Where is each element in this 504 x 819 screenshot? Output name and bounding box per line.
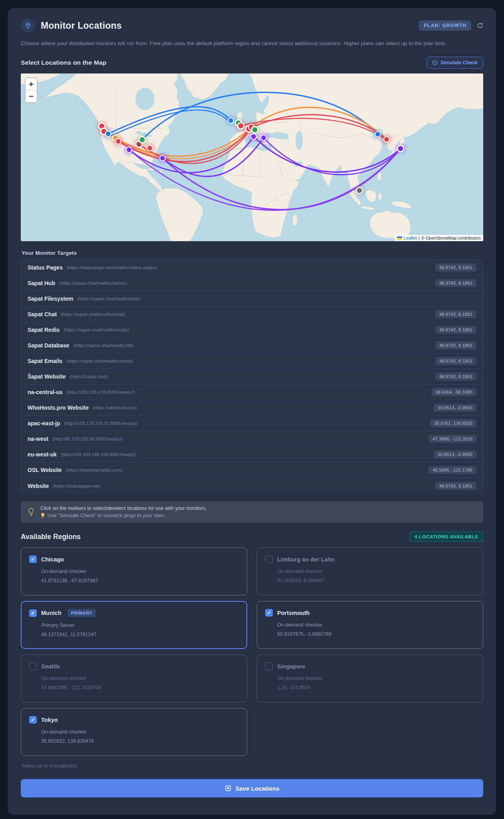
region-name: Limburg an der Lahn [277, 556, 335, 563]
check-icon: ✓ [31, 557, 35, 562]
zoom-in-button[interactable]: + [26, 78, 37, 90]
target-url: (https://openstartuplist.com) [66, 468, 123, 472]
checkbox[interactable]: ✓ [29, 609, 37, 617]
region-name: Tokyo [41, 717, 58, 723]
save-locations-button[interactable]: Save Locations [21, 779, 483, 797]
target-coordinates-badge: 48.9742, 8.1851 [435, 482, 476, 490]
monitor-locations-panel: Monitor Locations PLAN: GROWTH Choose wh… [8, 8, 496, 815]
table-row: Šapat Website(https://sapat.chat)48.9742… [21, 369, 483, 385]
target-url: (https://statuspage.me/healthz/status-pa… [67, 265, 157, 270]
region-type: On-demand checker [41, 676, 239, 681]
target-coordinates-badge: 50.8514, -0.9903 [434, 404, 476, 412]
location-marker[interactable] [160, 155, 165, 161]
location-marker[interactable] [252, 127, 258, 133]
map-zoom-control: + − [25, 77, 38, 103]
check-icon: ✓ [31, 717, 35, 722]
region-name: Munich [41, 610, 62, 616]
save-button-label: Save Locations [235, 785, 279, 792]
region-card-munich[interactable]: ✓ Munich PRIMARY Primary Server 48.13715… [21, 601, 247, 649]
location-marker[interactable] [105, 131, 111, 137]
region-type: Primary Server [41, 623, 239, 628]
osm-credit: © OpenStreetMap contributors [421, 236, 481, 240]
target-name: Sapat Emails [28, 358, 62, 364]
save-icon [224, 785, 232, 792]
region-card-seattle[interactable]: ✓ Seattle On-demand checker 47.6062095, … [21, 654, 247, 702]
target-name: Status Pages [28, 264, 63, 271]
location-pin-icon [21, 18, 35, 33]
table-row: Sapat Emails(https://sapat.chat/healthz/… [21, 353, 483, 369]
leaflet-link[interactable]: Leaflet [404, 236, 417, 240]
location-marker[interactable] [139, 137, 145, 143]
table-row: Sapat Chat(https://sapat.chat/healthz/ch… [21, 307, 483, 322]
checkbox[interactable]: ✓ [29, 555, 37, 563]
location-marker[interactable] [356, 187, 363, 194]
lightbulb-icon [27, 508, 35, 516]
checkbox[interactable]: ✓ [265, 555, 273, 563]
location-marker[interactable] [126, 147, 132, 153]
table-row: WhoHosts.pro Website(https://whohosts.pr… [21, 400, 483, 416]
location-marker[interactable] [147, 145, 153, 151]
target-coordinates-badge: 48.9742, 8.1851 [435, 357, 476, 365]
target-url: (https://sapat.chat/healthz/disk) [77, 296, 141, 301]
target-name: WhoHosts.pro Website [28, 405, 89, 411]
location-marker[interactable] [261, 135, 266, 141]
target-name: Sapat Database [28, 342, 69, 349]
refresh-icon[interactable] [477, 22, 483, 29]
selection-limit-note: Select up to 4 location(s). [22, 763, 483, 769]
location-marker[interactable] [251, 134, 256, 139]
region-card-portsmouth[interactable]: ✓ Portsmouth On-demand checker 50.819767… [257, 601, 483, 649]
region-name: Chicago [41, 556, 64, 563]
region-card-limburg[interactable]: ✓ Limburg an der Lahn On-demand checker … [257, 547, 483, 595]
target-coordinates-badge: 48.9742, 8.1851 [435, 279, 476, 287]
location-marker[interactable] [238, 123, 244, 129]
target-coordinates-badge: 48.9742, 8.1851 [435, 373, 476, 381]
target-url: (https://statuspage.me) [53, 484, 100, 488]
target-url: (https://sapat.chat) [69, 374, 107, 379]
checkbox[interactable]: ✓ [29, 662, 37, 670]
regions-heading: Available Regions [21, 533, 81, 541]
regions-grid: ✓ Chicago On-demand checker 41.8781136, … [21, 547, 483, 756]
zoom-out-button[interactable]: − [26, 90, 37, 102]
region-card-chicago[interactable]: ✓ Chicago On-demand checker 41.8781136, … [21, 547, 247, 595]
simulate-check-label: Simulate Check [441, 60, 478, 65]
target-coordinates-badge: 38.6364, -90.1985 [431, 388, 476, 396]
target-name: Sapat Chat [28, 311, 57, 317]
target-name: OSL Website [28, 467, 62, 473]
location-marker[interactable] [384, 137, 389, 142]
world-map[interactable]: + − Leaflet | © OpenStreetMap contributo… [21, 73, 483, 241]
table-row: Sapat Database(https://sapat.chat/health… [21, 338, 483, 353]
target-url: (http://85.239.233.60:8081/readyz) [52, 436, 123, 441]
target-url: (http://103.125.216.51:8081/readyz) [64, 421, 137, 426]
table-row: Sapat Redis(https://sapat.chat/healthz/r… [21, 322, 483, 338]
location-marker[interactable] [115, 139, 121, 144]
target-url: (https://sapat.chat/healthz/admin) [59, 281, 127, 286]
region-card-singapore[interactable]: ✓ Singapore On-demand checker 1.29, 103.… [257, 654, 483, 702]
location-marker[interactable] [375, 131, 381, 137]
region-type: On-demand checker [41, 729, 239, 735]
location-marker[interactable] [228, 118, 234, 123]
checkbox[interactable]: ✓ [265, 662, 273, 670]
region-card-tokyo[interactable]: ✓ Tokyo On-demand checker 35.652832, 139… [21, 708, 247, 756]
target-name: Sapat Filesystem [28, 295, 73, 302]
map-section-title: Select Locations on the Map [21, 59, 107, 66]
target-url: (https://sapat.chat/healthz/db) [73, 343, 134, 348]
region-type: On-demand checker [277, 569, 475, 574]
target-url: (https://whohosts.pro) [93, 405, 137, 410]
bulb-emoji-icon [40, 513, 45, 518]
target-name: Website [28, 483, 49, 489]
region-type: On-demand checker [277, 676, 475, 681]
location-marker[interactable] [397, 145, 404, 152]
checkbox[interactable]: ✓ [265, 609, 273, 617]
target-name: apac-east-jp [28, 420, 60, 426]
checkbox[interactable]: ✓ [29, 716, 37, 724]
plan-badge: PLAN: GROWTH [419, 20, 471, 31]
target-name: na-west [28, 436, 48, 442]
region-name: Singapore [277, 663, 306, 670]
target-name: Šapat Website [28, 373, 65, 380]
target-coordinates-badge: 45.5945, -121.1786 [429, 466, 476, 474]
simulate-check-button[interactable]: Simulate Check [427, 57, 483, 69]
target-url: (http://149.102.146.185:8081/readyz) [61, 452, 136, 457]
target-url: (https://sapat.chat/healthz/redis) [63, 327, 129, 332]
region-name: Seattle [41, 663, 60, 670]
target-coordinates-badge: 35.6761, 139.6503 [430, 419, 476, 427]
